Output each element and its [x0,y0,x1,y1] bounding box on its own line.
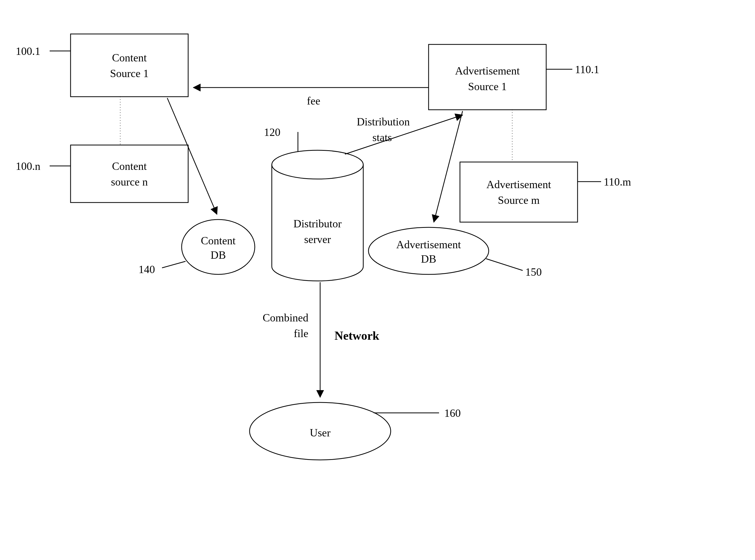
ref-content-source-n: 100.n [16,160,71,172]
content-source-n-line2: source n [111,176,148,188]
content-db-line2: DB [211,249,226,261]
node-advertisement-db: Advertisement DB [369,227,489,274]
ref-160-text: 160 [444,407,461,419]
ad-source-1-line1: Advertisement [455,65,520,77]
edge-fee: fee [193,87,429,107]
ref-100-1-text: 100.1 [16,45,40,57]
content-source-1-line1: Content [112,52,147,64]
svg-line-15 [486,259,523,271]
distributor-line1: Distributor [294,218,342,230]
ref-ad-source-1: 110.1 [546,63,599,76]
ad-db-line2: DB [421,253,436,265]
svg-rect-6 [460,162,578,222]
node-user: User [250,402,391,460]
fee-label: fee [307,95,320,107]
svg-line-13 [162,261,185,268]
svg-rect-4 [429,44,546,110]
ad-source-m-line1: Advertisement [486,179,551,191]
ref-ad-source-m: 110.m [578,176,631,188]
ref-110-m-text: 110.m [604,176,631,188]
svg-point-12 [182,220,255,274]
ref-user: 160 [374,407,461,419]
combined-file-line2: file [294,327,309,339]
node-distributor-server: Distributor server [272,150,363,281]
svg-rect-2 [71,145,188,202]
content-source-1-line2: Source 1 [110,67,149,79]
ref-140-text: 140 [139,263,155,276]
node-ad-source-m: Advertisement Source m [460,162,578,222]
edge-combined-file: Combined file Network [263,282,379,397]
network-label: Network [335,329,379,342]
content-db-line1: Content [201,235,236,247]
ref-advertisement-db: 150 [486,259,542,278]
ad-source-m-line2: Source m [498,194,540,206]
dist-stats-line1: Distribution [357,116,410,128]
ref-content-db: 140 [139,261,185,276]
svg-point-14 [369,227,489,274]
ref-110-1-text: 110.1 [575,63,599,76]
svg-rect-0 [71,34,188,97]
content-source-n-line1: Content [112,160,147,172]
ad-db-line1: Advertisement [396,239,461,251]
combined-file-line1: Combined [263,312,309,324]
ref-100-n-text: 100.n [16,160,40,172]
ref-120-text: 120 [264,126,280,138]
ad-source-1-line2: Source 1 [468,80,507,93]
node-content-source-n: Content source n [71,145,188,202]
user-line1: User [310,427,330,439]
node-ad-source-1: Advertisement Source 1 [429,44,546,110]
svg-point-9 [272,150,363,179]
ref-distributor: 120 [264,126,298,152]
node-content-source-1: Content Source 1 [71,34,188,97]
edge-ad-to-db [434,111,462,222]
ref-150-text: 150 [525,266,542,278]
node-content-db: Content DB [182,220,255,274]
ref-content-source-1: 100.1 [16,45,71,57]
distributor-line2: server [304,233,331,245]
dist-stats-line2: stats [372,132,392,143]
edge-distribution-stats: Distribution stats [345,115,462,154]
